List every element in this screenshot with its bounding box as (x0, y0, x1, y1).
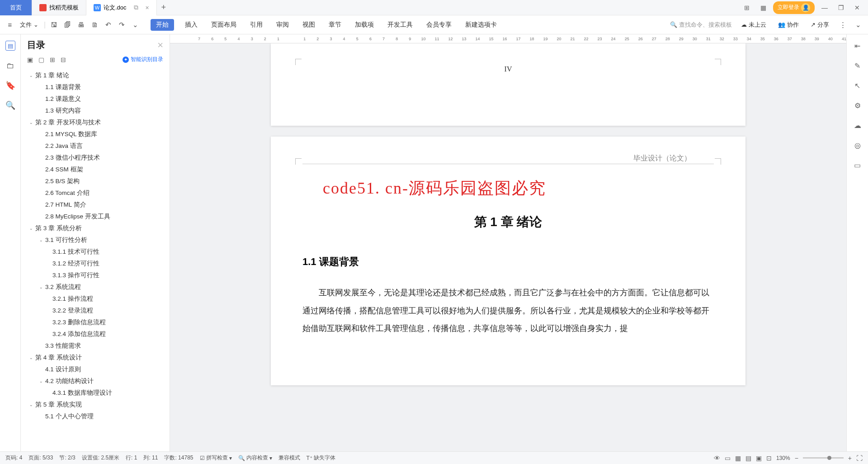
outline-item[interactable]: 2.4 SSM 框架 (24, 164, 166, 175)
outline-item[interactable]: 2.6 Tomcat 介绍 (24, 187, 166, 199)
grid-icon[interactable]: ▦ (757, 1, 769, 14)
outline-item[interactable]: 3.2.1 操作流程 (24, 293, 166, 305)
outline-item[interactable]: 3.1.3 操作可行性 (24, 270, 166, 281)
outline-item[interactable]: 3.2.2 登录流程 (24, 305, 166, 317)
hamburger-icon[interactable]: ≡ (5, 20, 14, 29)
status-row[interactable]: 行: 1 (126, 454, 137, 462)
zoom-in-icon[interactable]: + (848, 455, 852, 462)
chevron-down-icon[interactable] (38, 178, 44, 185)
outline-item[interactable]: ⌄第 4 章 系统设计 (24, 352, 166, 364)
outline-icon[interactable]: ▤ (5, 41, 15, 51)
print-icon[interactable]: 🖶 (76, 20, 85, 29)
search-tool-icon[interactable]: 🔍 (5, 100, 15, 110)
outline-item[interactable]: 4.3.1 数据库物理设计 (24, 387, 166, 399)
double-arrow-icon[interactable]: ⇤ (853, 41, 863, 51)
chevron-down-icon[interactable] (45, 331, 52, 337)
tab-review[interactable]: 审阅 (274, 19, 292, 31)
chevron-down-icon[interactable] (38, 155, 44, 161)
outline-item[interactable]: ⌄第 5 章 系统实现 (24, 399, 166, 411)
share-button[interactable]: ↗分享 (808, 19, 832, 31)
tab-insert[interactable]: 插入 (182, 19, 200, 31)
file-menu[interactable]: 文件 ⌄ (17, 19, 41, 31)
cursor-icon[interactable]: ↖ (853, 80, 863, 90)
view-page-icon[interactable]: ▭ (725, 455, 731, 462)
save-icon[interactable]: 🖫 (49, 20, 58, 29)
status-setval[interactable]: 设置值: 2.5厘米 (82, 454, 119, 462)
close-icon[interactable]: × (146, 4, 149, 11)
minimize-button[interactable]: — (818, 1, 831, 14)
chevron-down-icon[interactable] (45, 390, 52, 396)
outline-item[interactable]: ⌄第 3 章 系统分析 (24, 223, 166, 234)
outline-item[interactable]: 2.1 MYSQL 数据库 (24, 128, 166, 140)
view-web-icon[interactable]: ▦ (735, 455, 741, 462)
outline-item[interactable]: ⌄4.2 功能结构设计 (24, 375, 166, 387)
outline-item[interactable]: 3.2.3 删除信息流程 (24, 317, 166, 328)
new-tab-button[interactable]: + (157, 3, 170, 12)
bookmark-icon[interactable]: 🔖 (5, 80, 15, 90)
eye-icon[interactable]: 👁 (714, 455, 720, 462)
tab-dev[interactable]: 开发工具 (385, 19, 415, 31)
undo-icon[interactable]: ↶ (104, 20, 113, 29)
chevron-down-icon[interactable] (45, 296, 52, 302)
maximize-button[interactable]: ❐ (835, 1, 847, 14)
chevron-down-icon[interactable] (38, 143, 44, 149)
zoom-fit-icon[interactable]: ⊡ (766, 455, 772, 462)
tab-view[interactable]: 视图 (300, 19, 318, 31)
expand-all-icon[interactable]: ▢ (38, 56, 44, 63)
status-section[interactable]: 节: 2/3 (59, 454, 75, 462)
smart-outline[interactable]: ✦ 智能识别目录 (123, 56, 163, 63)
chevron-down-icon[interactable]: ⌄ (38, 378, 44, 384)
outline-item[interactable]: 3.2.4 添加信息流程 (24, 328, 166, 340)
status-missing[interactable]: T⁺ 缺失字体 (307, 454, 335, 462)
chevron-down-icon[interactable] (45, 249, 52, 255)
outline-item[interactable]: ⌄3.1 可行性分析 (24, 234, 166, 246)
zoom-slider[interactable] (803, 457, 844, 459)
tab-newtab[interactable]: 新建选项卡 (462, 19, 500, 31)
layout-icon[interactable]: ⊞ (741, 1, 753, 14)
chevron-down-icon[interactable]: ⌄ (28, 225, 34, 232)
chevron-down-icon[interactable] (38, 84, 44, 90)
close-button[interactable]: ✕ (851, 1, 863, 14)
tab-home[interactable]: 首页 (0, 0, 32, 15)
saveas-icon[interactable]: 🗐 (63, 20, 72, 29)
tab-document[interactable]: W 论文.doc ⧉ × (86, 0, 157, 15)
chevron-down-icon[interactable] (38, 366, 44, 373)
outline-item[interactable]: 3.3 性能需求 (24, 340, 166, 352)
outline-item[interactable]: 2.2 Java 语言 (24, 140, 166, 152)
chevron-down-icon[interactable] (45, 319, 52, 326)
zoom-out-icon[interactable]: − (795, 455, 798, 462)
chevron-down-icon[interactable] (38, 413, 44, 420)
status-compat[interactable]: 兼容模式 (278, 454, 300, 462)
zoom-knob[interactable] (827, 456, 831, 460)
chevron-down-icon[interactable] (38, 166, 44, 173)
login-button[interactable]: 立即登录 👤 (773, 1, 815, 14)
outline-item[interactable]: 4.1 设计原则 (24, 364, 166, 375)
dropdown-icon[interactable]: ⌄ (131, 20, 140, 29)
chevron-down-icon[interactable] (38, 213, 44, 220)
folder-icon[interactable]: 🗀 (5, 61, 15, 71)
outline-item[interactable]: 1.1 课题背景 (24, 81, 166, 93)
outline-item[interactable]: ⌄第 1 章 绪论 (24, 70, 166, 81)
status-spell[interactable]: ☑ 拼写检查 ▾ (200, 454, 232, 462)
status-pages[interactable]: 页面: 5/33 (28, 454, 53, 462)
outline-item[interactable]: 3.1.2 经济可行性 (24, 258, 166, 270)
add-icon[interactable]: ⊞ (50, 56, 55, 63)
tab-chapter[interactable]: 章节 (326, 19, 344, 31)
tab-start[interactable]: 开始 (151, 19, 174, 31)
outline-item[interactable]: 1.2 课题意义 (24, 93, 166, 105)
command-search[interactable]: 🔍 查找命令、搜索模板 (670, 21, 732, 29)
chevron-down-icon[interactable] (38, 108, 44, 114)
status-content[interactable]: 🔍 内容检查 ▾ (238, 454, 272, 462)
status-col[interactable]: 列: 11 (143, 454, 158, 462)
redo-icon[interactable]: ↷ (117, 20, 126, 29)
zoom-value[interactable]: 130% (776, 455, 790, 461)
chevron-down-icon[interactable] (38, 190, 44, 196)
outline-close-icon[interactable]: × (157, 39, 163, 51)
outline-item[interactable]: 3.1.1 技术可行性 (24, 246, 166, 258)
outline-item[interactable]: ⌄第 2 章 开发环境与技术 (24, 117, 166, 128)
view-outline-icon[interactable]: ▤ (745, 455, 751, 462)
chevron-down-icon[interactable] (38, 96, 44, 102)
chevron-down-icon[interactable] (38, 343, 44, 349)
chevron-down-icon[interactable]: ⌄ (38, 284, 44, 290)
tab-ref[interactable]: 引用 (247, 19, 265, 31)
